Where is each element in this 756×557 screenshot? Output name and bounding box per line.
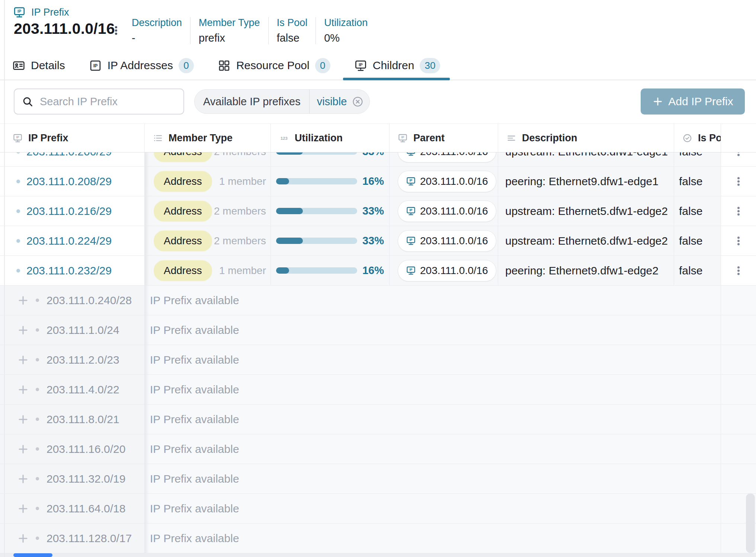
- tab-ip-addresses[interactable]: IP IP Addresses 0: [89, 51, 194, 80]
- available-prefix-row: 203.111.2.0/23 IP Prefix available: [0, 345, 756, 375]
- parent-link[interactable]: 203.111.0.0/16: [398, 230, 496, 252]
- plus-icon: [17, 503, 29, 515]
- member-count: 2 members: [214, 205, 266, 217]
- network-monitor-icon: [406, 152, 416, 157]
- member-count: 1 member: [219, 176, 266, 187]
- prefix-dot: [36, 537, 39, 540]
- title-actions-kebab[interactable]: [108, 22, 124, 39]
- is-pool-value: false: [679, 175, 702, 188]
- row-actions-kebab[interactable]: [733, 176, 744, 187]
- description-text: upstream: Ethernet6.dfw1-edge2: [505, 235, 668, 247]
- parent-prefix-label: 203.111.0.0/16: [420, 265, 488, 277]
- plus-icon: [17, 294, 29, 306]
- prefix-dot: [36, 358, 39, 361]
- utilization-bar-fill: [276, 238, 303, 244]
- create-available-prefix-button[interactable]: [17, 473, 29, 485]
- search-input[interactable]: [40, 96, 176, 108]
- children-table: IP Prefix Member Type 123 Utilization Pa…: [0, 123, 756, 553]
- create-available-prefix-button[interactable]: [17, 532, 29, 544]
- available-prefix-row: 203.111.64.0/18 IP Prefix available: [0, 494, 756, 524]
- cell-description: peering: Ethernet9.dfw1-edge1: [498, 167, 674, 196]
- parent-link[interactable]: 203.111.0.0/16: [398, 200, 496, 222]
- create-available-prefix-button[interactable]: [17, 413, 29, 425]
- cell-actions: [721, 152, 756, 166]
- create-available-prefix-button[interactable]: [17, 324, 29, 336]
- create-available-prefix-button[interactable]: [17, 503, 29, 515]
- parent-link[interactable]: 203.111.0.0/16: [398, 260, 496, 281]
- plus-icon: [17, 354, 29, 366]
- available-status-cell: IP Prefix available: [145, 286, 721, 315]
- available-prefix-label: 203.111.128.0/17: [47, 532, 132, 545]
- cell-description: upstream: Ethernet5.dfw1-edge2: [498, 196, 674, 226]
- prefix-dot: [16, 209, 20, 213]
- plus-icon: [17, 324, 29, 336]
- available-status-cell: IP Prefix available: [145, 405, 721, 434]
- id-card-icon: [12, 59, 25, 72]
- prefix-dot: [16, 269, 20, 273]
- row-actions-kebab[interactable]: [733, 235, 744, 247]
- prefix-link[interactable]: 203.111.0.224/29: [26, 235, 112, 247]
- filter-chip-label: Available IP prefixes: [195, 96, 309, 108]
- meta-member-type: Member Type prefix: [190, 17, 268, 44]
- cell-actions-empty: [721, 286, 756, 315]
- prefix-link[interactable]: 203.111.0.232/29: [26, 264, 112, 277]
- prefix-table-row: 203.111.0.216/29 Address 2 members 33% 2…: [0, 196, 756, 226]
- cell-available-prefix: 203.111.32.0/19: [0, 464, 145, 493]
- prefix-link[interactable]: 203.111.0.216/29: [26, 205, 112, 218]
- prefix-link[interactable]: 203.111.0.208/29: [26, 175, 112, 188]
- add-ip-prefix-button[interactable]: Add IP Prefix: [641, 88, 745, 115]
- tab-resource-pool[interactable]: Resource Pool 0: [218, 51, 330, 80]
- horizontal-scrollbar-thumb[interactable]: [13, 553, 52, 557]
- table-header-row: IP Prefix Member Type 123 Utilization Pa…: [0, 123, 756, 152]
- create-available-prefix-button[interactable]: [17, 384, 29, 396]
- available-prefix-row: 203.111.0.240/28 IP Prefix available: [0, 286, 756, 315]
- cell-available-prefix: 203.111.64.0/18: [0, 494, 145, 523]
- cell-parent: 203.111.0.0/16: [390, 196, 498, 226]
- utilization-bar: [276, 267, 357, 274]
- cell-member-type: Address 2 members: [145, 152, 271, 166]
- cell-member-type: Address 1 member: [145, 256, 271, 285]
- tab-children[interactable]: Children 30: [354, 51, 441, 80]
- meta-description: Description -: [132, 17, 190, 44]
- member-type-badge: Address: [154, 171, 212, 192]
- prefix-dot: [16, 152, 20, 154]
- cell-member-type: Address 2 members: [145, 196, 271, 226]
- partially-scrolled-row: 203.111.0.200/29 Address 2 members 33% 2…: [0, 152, 756, 167]
- available-status-text: IP Prefix available: [150, 473, 239, 485]
- prefix-dot: [36, 447, 39, 451]
- prefix-dot: [36, 328, 39, 332]
- cell-actions-empty: [721, 434, 756, 464]
- parent-link[interactable]: 203.111.0.0/16: [398, 152, 496, 162]
- vertical-scrollbar-thumb[interactable]: [746, 493, 755, 553]
- available-prefix-row: 203.111.32.0/19 IP Prefix available: [0, 464, 756, 494]
- cell-is-pool: false: [674, 196, 721, 226]
- available-status-text: IP Prefix available: [150, 354, 239, 366]
- content-left-border: [4, 0, 5, 557]
- breadcrumb[interactable]: IP Prefix: [13, 6, 69, 19]
- prefix-link[interactable]: 203.111.0.200/29: [26, 152, 112, 158]
- cell-ip-prefix: 203.111.0.200/29: [0, 152, 145, 166]
- available-status-text: IP Prefix available: [150, 324, 239, 337]
- meta-utilization: Utilization 0%: [315, 17, 376, 44]
- network-monitor-icon: [406, 176, 416, 186]
- tab-details[interactable]: Details: [12, 51, 65, 80]
- cell-parent: 203.111.0.0/16: [390, 256, 498, 285]
- network-monitor-icon: [398, 133, 408, 143]
- svg-text:123: 123: [281, 136, 288, 141]
- available-status-cell: IP Prefix available: [145, 315, 721, 345]
- row-actions-kebab[interactable]: [733, 152, 744, 157]
- is-pool-value: false: [679, 235, 702, 247]
- row-actions-kebab[interactable]: [733, 265, 744, 276]
- utilization-bar-fill: [276, 152, 303, 155]
- available-status-text: IP Prefix available: [150, 532, 239, 545]
- create-available-prefix-button[interactable]: [17, 354, 29, 366]
- row-actions-kebab[interactable]: [733, 206, 744, 217]
- cell-actions: [721, 196, 756, 226]
- available-prefix-row: 203.111.8.0/21 IP Prefix available: [0, 405, 756, 434]
- filter-remove-button[interactable]: [349, 96, 369, 107]
- tab-count-badge: 0: [179, 58, 194, 73]
- cell-actions: [721, 256, 756, 285]
- parent-link[interactable]: 203.111.0.0/16: [398, 171, 496, 192]
- create-available-prefix-button[interactable]: [17, 294, 29, 306]
- create-available-prefix-button[interactable]: [17, 443, 29, 455]
